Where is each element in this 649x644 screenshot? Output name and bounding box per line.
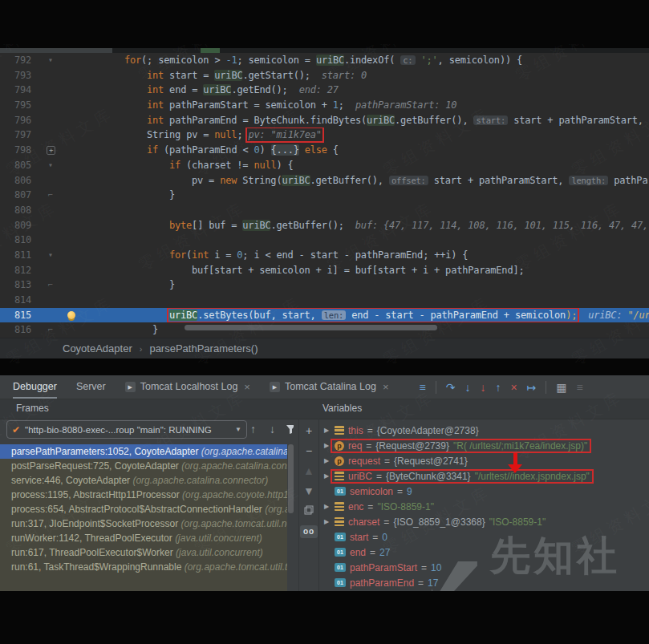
step-over-icon[interactable]: ↷ (446, 382, 456, 393)
variable-row[interactable]: ▶uriBC = {ByteChunk@3341} "/urltest//ind… (321, 468, 649, 484)
frame-location: run:317, JIoEndpoint$SocketProcessor (11, 518, 181, 529)
gutter: 810 (0, 233, 96, 248)
tab-label: Tomcat Catalina Log (285, 375, 376, 399)
add-watch-icon[interactable]: + (306, 425, 312, 436)
code-token: start + pathParamStart, (428, 175, 570, 186)
tab-server[interactable]: Server (76, 375, 106, 399)
variable-value: 27 (379, 547, 390, 558)
frame-row[interactable]: postParseRequest:725, CoyoteAdapter (org… (0, 459, 287, 473)
code-token: int (147, 84, 164, 95)
variable-row[interactable]: 01pathParamEnd = 17 (321, 575, 649, 590)
equals-sign: = (376, 471, 382, 482)
move-watch-down-icon[interactable]: ▼ (303, 485, 314, 496)
next-frame-icon[interactable]: ↓ (270, 423, 275, 435)
variable-row[interactable]: 01pathParamStart = 10 (321, 560, 649, 575)
code-text: if (pathParamEnd < 0) {...} else { (96, 143, 649, 158)
show-watches-icon[interactable]: oo (300, 525, 318, 538)
tab-tomcat-localhost-log[interactable]: ▶Tomcat Localhost Log× (125, 375, 250, 399)
frame-row[interactable]: runWorker:1142, ThreadPoolExecutor (java… (0, 531, 287, 545)
frame-row[interactable]: run:61, TaskThread$WrappingRunnable (org… (0, 560, 287, 574)
code-token: (charset != (181, 160, 254, 171)
breadcrumb-class[interactable]: CoyoteAdapter (63, 342, 132, 354)
gutter: 814 (0, 293, 96, 308)
gutter: 808 (0, 203, 96, 218)
gutter: 806 (0, 173, 96, 188)
move-watch-up-icon[interactable]: ▲ (303, 465, 314, 476)
primitive-icon: 01 (335, 487, 346, 496)
frame-row[interactable]: run:317, JIoEndpoint$SocketProcessor (or… (0, 516, 287, 531)
step-into-icon[interactable]: ↓ (464, 382, 470, 393)
frame-location: postParseRequest:725, CoyoteAdapter (11, 460, 181, 472)
code-line: 807⌐} (0, 188, 649, 203)
tab-tomcat-catalina-log[interactable]: ▶Tomcat Catalina Log× (270, 375, 389, 399)
expand-arrow-icon[interactable]: ▶ (321, 518, 332, 525)
line-number: 798 (14, 143, 31, 158)
prev-frame-icon[interactable]: ↑ (250, 423, 256, 435)
code-line: 797String pv = null; pv: "mi1k7ea" (0, 128, 649, 143)
fold-expand-icon[interactable]: + (47, 146, 55, 155)
variable-value: "ISO-8859-1" (489, 516, 546, 528)
run-to-cursor-icon[interactable]: ↦ (527, 382, 537, 393)
variable-row[interactable]: ▶prequest = {Request@2741} (321, 453, 649, 468)
variable-row[interactable]: ▶enc = "ISO-8859-1" (321, 499, 649, 514)
breadcrumb-method[interactable]: parsePathParameters() (149, 342, 258, 354)
view-menu-icon[interactable]: ≡ (419, 382, 425, 393)
code-line: 813⌐} (0, 277, 649, 293)
evaluate-expression-icon[interactable]: ▦ (556, 382, 566, 393)
frame-row[interactable]: run:617, ThreadPoolExecutor$Worker (java… (0, 545, 287, 560)
fold-collapse-icon[interactable]: ▾ (48, 248, 53, 263)
step-out-icon[interactable]: ↑ (495, 382, 501, 393)
code-token: pathParamEn (608, 175, 649, 186)
variable-row[interactable]: 01start = 0 (321, 529, 649, 545)
value-icon (335, 426, 344, 435)
fold-end-icon[interactable]: ⌐ (48, 322, 53, 338)
fold-collapse-icon[interactable]: ▾ (48, 158, 53, 173)
expand-arrow-icon[interactable]: ▶ (321, 457, 332, 464)
intention-bulb-icon[interactable] (67, 311, 75, 319)
tab-debugger[interactable]: Debugger (13, 375, 57, 399)
frames-scrollbar[interactable] (288, 444, 294, 513)
code-token: int (192, 249, 209, 261)
expand-arrow-icon[interactable]: ▶ (321, 442, 332, 449)
variable-name: request (348, 456, 380, 467)
expand-arrow-icon[interactable]: ▶ (321, 503, 332, 510)
breadcrumb: CoyoteAdapter › parsePathParameters() (0, 338, 649, 358)
variable-row[interactable]: ▶this = {CoyoteAdapter@2738} (321, 423, 649, 438)
code-token: } (152, 324, 158, 335)
line-number: 794 (14, 83, 31, 98)
frame-location: runWorker:1142, ThreadPoolExecutor (11, 533, 175, 544)
thread-dropdown[interactable]: ✔ "http-bio-8080-exec-...roup "main": RU… (6, 420, 247, 439)
frame-row[interactable]: process:1195, AbstractHttp11Processor (o… (0, 488, 287, 502)
param-hint-chip: offset: (389, 176, 428, 185)
code-text (96, 233, 649, 248)
horizontal-scrollbar[interactable] (185, 325, 437, 330)
close-icon[interactable]: × (244, 375, 250, 399)
equals-sign: = (367, 425, 373, 436)
filter-frames-icon[interactable] (286, 424, 294, 437)
frame-location: parsePathParameters:1052, CoyoteAdapter (11, 446, 201, 457)
code-token: "/urltes (627, 310, 649, 321)
fold-end-icon[interactable]: ⌐ (48, 188, 53, 203)
line-number: 811 (14, 248, 31, 263)
fold-collapse-icon[interactable]: ▾ (48, 53, 53, 68)
variable-row[interactable]: ▶preq = {Request@2739} "R( /urltest/;mi1… (321, 438, 649, 453)
expand-arrow-icon[interactable]: ▶ (321, 427, 332, 434)
variable-row[interactable]: ▶charset = {ISO_8859_1@3368} "ISO-8859-1… (321, 514, 649, 529)
close-icon[interactable]: × (383, 375, 389, 399)
variable-row[interactable]: 01end = 27 (321, 545, 649, 560)
gutter: 794 (0, 83, 96, 98)
variable-content: uriBC = {ByteChunk@3341} "/urltest//inde… (332, 471, 592, 482)
expand-arrow-icon[interactable]: ▶ (321, 472, 332, 480)
variable-row[interactable]: 01semicolon = 9 (321, 484, 649, 499)
frame-row[interactable]: service:446, CoyoteAdapter (org.apache.c… (0, 473, 287, 488)
frame-row[interactable]: parsePathParameters:1052, CoyoteAdapter … (0, 444, 287, 459)
code-token: i = (209, 249, 237, 261)
frame-row[interactable]: process:654, AbstractProtocol$AbstractCo… (0, 502, 287, 516)
variable-value: {ByteChunk@3341} (386, 471, 471, 482)
settings-icon[interactable]: ≡ (577, 382, 583, 393)
drop-frame-icon[interactable]: × (510, 382, 517, 393)
duplicate-watch-icon[interactable] (304, 505, 314, 516)
force-step-into-icon[interactable]: ↓ (480, 382, 485, 393)
fold-end-icon[interactable]: ⌐ (48, 277, 53, 293)
remove-watch-icon[interactable]: − (306, 445, 312, 456)
